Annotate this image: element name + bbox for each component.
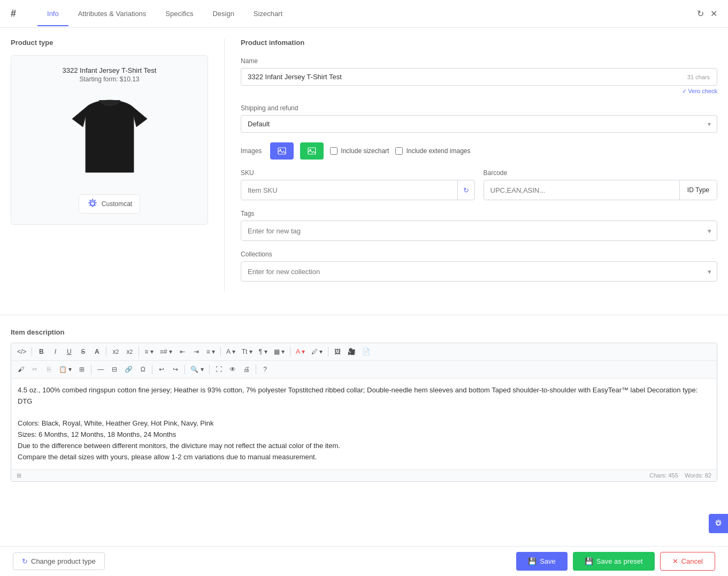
image-upload-button-1[interactable] xyxy=(270,142,294,160)
toolbar-image-button[interactable]: 🖼 xyxy=(331,345,344,358)
toolbar-bgcolor-button[interactable]: 🖊 ▾ xyxy=(309,345,325,358)
editor-resize-handle[interactable]: ⊞ xyxy=(17,472,21,479)
header-tabs: Info Attributes & Variations Specifics D… xyxy=(37,1,292,26)
toolbar-cut-button[interactable]: ✂ xyxy=(28,363,41,376)
barcode-input[interactable] xyxy=(484,182,679,199)
toolbar-preview-button[interactable]: 👁 xyxy=(226,363,239,376)
toolbar-help-button[interactable]: ? xyxy=(259,363,272,376)
toolbar-font-button[interactable]: A ▾ xyxy=(224,345,238,358)
toolbar-underline-button[interactable]: U xyxy=(63,345,75,358)
toolbar-strikethrough-button[interactable]: S xyxy=(76,345,89,358)
shipping-select[interactable]: Default xyxy=(241,115,717,133)
close-button[interactable]: ✕ xyxy=(710,9,717,19)
images-group: Images xyxy=(241,142,717,160)
collections-input[interactable] xyxy=(241,263,702,280)
toolbar-style-button[interactable]: 🖌 xyxy=(14,363,27,376)
cancel-label: Cancel xyxy=(681,557,703,565)
barcode-input-wrap: ID Type xyxy=(484,180,718,200)
toolbar-link-button[interactable]: 🔗 xyxy=(122,363,135,376)
side-gear-icon xyxy=(714,519,723,528)
image-icon-1 xyxy=(278,147,286,155)
sku-barcode-row: SKU ↻ Barcode ID Type xyxy=(241,169,717,200)
toolbar-sep-5 xyxy=(290,347,290,357)
toolbar-table-button[interactable]: ⊟ xyxy=(108,363,121,376)
product-info-box: 3322 Infant Jersey T-Shirt Test Starting… xyxy=(11,55,208,225)
save-button[interactable]: 💾 Save xyxy=(516,552,568,571)
toolbar-undo-button[interactable]: ↩ xyxy=(155,363,168,376)
editor-content[interactable]: 4.5 oz., 100% combed ringspun cotton fin… xyxy=(11,378,717,469)
toolbar-special-char-button[interactable]: Ω xyxy=(136,363,149,376)
toolbar-hr-button[interactable]: — xyxy=(94,363,107,376)
editor-stats: Chars: 455 Words: 82 xyxy=(649,472,711,479)
tags-dropdown-button[interactable]: ▾ xyxy=(702,221,717,240)
collections-dropdown-button[interactable]: ▾ xyxy=(702,262,717,281)
toolbar-highlight-button[interactable]: A xyxy=(90,345,103,358)
product-price-label: Starting form: $10.13 xyxy=(22,75,197,83)
tab-attributes[interactable]: Attributes & Variations xyxy=(68,1,156,26)
shipping-label: Shipping and refund xyxy=(241,104,717,112)
header-left: # Info Attributes & Variations Specifics… xyxy=(11,1,292,26)
toolbar-superscript-button[interactable]: x2 xyxy=(109,345,122,358)
image-upload-button-2[interactable] xyxy=(300,142,324,160)
sku-input[interactable] xyxy=(241,182,457,199)
tab-info[interactable]: Info xyxy=(37,1,68,26)
collections-input-wrap: ▾ xyxy=(241,261,717,282)
editor-footer: ⊞ Chars: 455 Words: 82 xyxy=(11,469,717,481)
toolbar-unordered-list-button[interactable]: ≡ ▾ xyxy=(142,345,156,358)
desc-line-5: Due to the difference between different … xyxy=(18,441,710,452)
toolbar-sep-6 xyxy=(328,347,328,357)
toolbar-subscript-button[interactable]: x2 xyxy=(123,345,136,358)
id-type-button[interactable]: ID Type xyxy=(679,180,717,200)
product-info-title: Product infomation xyxy=(241,39,717,47)
save-label: Save xyxy=(540,557,556,565)
vero-check-link[interactable]: Vero check xyxy=(241,88,717,95)
toolbar-ordered-list-button[interactable]: ≡# ▾ xyxy=(157,345,175,358)
toolbar-file-button[interactable]: 📄 xyxy=(359,345,373,358)
save-preset-button[interactable]: 💾 Save as preset xyxy=(573,552,655,571)
toolbar-video-button[interactable]: 🎥 xyxy=(345,345,358,358)
header: # Info Attributes & Variations Specifics… xyxy=(0,0,728,28)
svg-point-0 xyxy=(90,202,95,206)
toolbar-block-button[interactable]: ▦ ▾ xyxy=(271,345,287,358)
toolbar-italic-button[interactable]: I xyxy=(49,345,62,358)
toolbar-sep-1 xyxy=(32,347,32,357)
name-label: Name xyxy=(241,57,717,65)
refresh-button[interactable]: ↻ xyxy=(697,9,704,19)
name-input[interactable] xyxy=(241,68,717,86)
images-row: Images xyxy=(241,142,717,160)
tags-input[interactable] xyxy=(241,223,702,239)
side-settings-button[interactable] xyxy=(709,514,728,533)
toolbar-print-button[interactable]: 🖨 xyxy=(240,363,253,376)
tab-specifics[interactable]: Specifics xyxy=(156,1,203,26)
toolbar-redo-button[interactable]: ↪ xyxy=(169,363,182,376)
toolbar-format-button[interactable]: Tt ▾ xyxy=(239,345,255,358)
toolbar-code-button[interactable]: </> xyxy=(14,345,29,358)
toolbar-table-insert-button[interactable]: ⊞ xyxy=(75,363,88,376)
include-extend-label[interactable]: Include extend images xyxy=(395,147,470,155)
toolbar-fullscreen-button[interactable]: ⛶ xyxy=(212,363,225,376)
cancel-button[interactable]: ✕ Cancel xyxy=(660,552,715,571)
toolbar-bold-button[interactable]: B xyxy=(35,345,48,358)
toolbar-outdent-button[interactable]: ⇤ xyxy=(176,345,189,358)
sku-input-wrap: ↻ xyxy=(241,180,475,200)
product-image xyxy=(67,89,152,186)
include-extend-checkbox[interactable] xyxy=(395,147,403,155)
toolbar-sep-10 xyxy=(209,365,210,374)
toolbar-indent-button[interactable]: ⇥ xyxy=(190,345,203,358)
gear-icon xyxy=(87,198,98,210)
tab-sizechart[interactable]: Sizechart xyxy=(244,1,292,26)
sku-refresh-button[interactable]: ↻ xyxy=(457,180,474,200)
include-sizechart-checkbox[interactable] xyxy=(330,147,338,155)
toolbar-paste-button[interactable]: 📋 ▾ xyxy=(56,363,74,376)
toolbar-paragraph-button[interactable]: ¶ ▾ xyxy=(256,345,270,358)
tab-design[interactable]: Design xyxy=(203,1,243,26)
toolbar-color-button[interactable]: A ▾ xyxy=(293,345,308,358)
customcat-badge[interactable]: Customcat xyxy=(79,194,140,214)
toolbar-copy-button[interactable]: ⎘ xyxy=(42,363,55,376)
tags-label: Tags xyxy=(241,210,717,217)
change-product-button[interactable]: ↻ Change product type xyxy=(13,552,105,570)
toolbar-align-button[interactable]: ≡ ▾ xyxy=(204,345,218,358)
toolbar-search-button[interactable]: 🔍 ▾ xyxy=(188,363,206,376)
include-sizechart-label[interactable]: Include sizechart xyxy=(330,147,389,155)
barcode-label: Barcode xyxy=(484,169,718,177)
